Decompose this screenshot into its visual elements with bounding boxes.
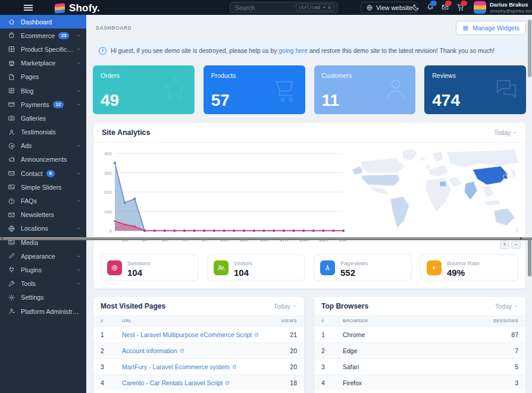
table-body: 1Chrome872Edge73Safari54Firefox3 <box>314 326 525 391</box>
chevron-down-icon <box>292 304 297 309</box>
sidebar-item-galleries[interactable]: Galleries <box>0 111 86 125</box>
chevron-down-icon <box>76 47 81 52</box>
manage-widgets-label: Manage Widgets <box>472 24 520 32</box>
shofy-logo-icon <box>55 3 65 14</box>
user-email: otorphy@spinka.biz <box>490 8 531 14</box>
map-zoom-in-button[interactable]: + <box>500 241 509 249</box>
horizontal-scrollbar[interactable] <box>0 237 532 240</box>
sidebar-item-label: Galleries <box>21 115 46 122</box>
chevron-down-icon <box>76 171 81 176</box>
row-number: 2 <box>321 347 343 354</box>
row-number: 3 <box>101 363 122 370</box>
view-website-button[interactable]: View website <box>361 2 418 13</box>
dark-mode-toggle[interactable] <box>412 3 421 12</box>
map-zoom-controls: + − <box>500 241 521 249</box>
table-row: 4Carento - Car Rentals Laravel Script18 <box>93 375 304 391</box>
svg-text:200: 200 <box>104 190 112 195</box>
notifications-button[interactable] <box>426 3 435 12</box>
sidebar-item-platform-administration[interactable]: Platform Administration <box>0 304 86 318</box>
table-column-headers: # URL VIEWS <box>93 315 304 326</box>
metric-value: 104 <box>127 268 142 278</box>
sidebar-item-marketplace[interactable]: Marketplace <box>0 56 86 70</box>
shopping-bag-icon <box>8 32 15 39</box>
table-row: 1Chrome87 <box>314 326 525 342</box>
sidebar-item-label: Simple Sliders <box>21 184 61 191</box>
row-value: 7 <box>515 347 518 354</box>
metric-label: Visitors <box>234 260 252 266</box>
admin-person-icon <box>8 307 15 315</box>
col-num: # <box>101 318 122 323</box>
stat-label: Products <box>211 72 236 79</box>
sidebar-item-ads[interactable]: Ads <box>0 139 86 153</box>
vertical-scrollbar-thumb[interactable] <box>528 240 531 276</box>
notification-badge <box>430 1 437 6</box>
sidebar-item-plugins[interactable]: Plugins <box>0 263 86 276</box>
sidebar-item-ecommerce[interactable]: Ecommerce23 <box>0 29 86 42</box>
chevron-down-icon <box>76 89 81 93</box>
question-circle-icon <box>8 197 15 205</box>
sidebar-item-tools[interactable]: Tools <box>0 277 86 291</box>
page-link[interactable]: Nest - Laravel Multipurpose eCommerce Sc… <box>122 331 252 338</box>
person-icon <box>382 75 409 102</box>
plug-icon <box>8 266 15 273</box>
row-number: 2 <box>101 347 122 354</box>
sidebar-item-locations[interactable]: Locations <box>0 222 86 235</box>
user-avatar[interactable] <box>474 1 486 14</box>
manage-widgets-button[interactable]: Manage Widgets <box>456 21 526 35</box>
table-range-dropdown[interactable]: Today <box>274 303 297 310</box>
row-value: 21 <box>290 331 297 338</box>
metrics-row: Sessions104 Visitors104 Pageviews552 Bou… <box>101 254 518 281</box>
sidebar-item-appearance[interactable]: Appearance <box>0 249 86 263</box>
map-zoom-out-button[interactable]: − <box>511 241 521 249</box>
search-input[interactable] <box>234 4 296 12</box>
vertical-scrollbar-thumb[interactable] <box>528 20 531 77</box>
sidebar-item-label: Ecommerce <box>21 32 55 39</box>
sidebar-item-blog[interactable]: Blog <box>0 84 86 98</box>
breadcrumb: DASHBOARD <box>96 25 132 31</box>
alert-text-before: Hi guest, if you see demo site is destro… <box>111 48 277 54</box>
sidebar-item-announcements[interactable]: Announcements <box>0 153 86 166</box>
chat-icon <box>493 75 520 102</box>
alert-link[interactable]: going here <box>278 48 308 54</box>
sidebar-item-label: Dashboard <box>21 18 52 26</box>
chevron-down-icon <box>514 304 518 309</box>
sidebar-item-settings[interactable]: Settings <box>0 291 86 304</box>
sidebar-badge: 12 <box>53 101 64 108</box>
stat-value: 11 <box>322 91 340 110</box>
row-value: 87 <box>511 331 518 338</box>
sidebar-item-pages[interactable]: Pages <box>0 70 86 84</box>
sidebar-badge: 23 <box>58 32 69 39</box>
range-label: Today <box>274 303 290 310</box>
col-views: VIEWS <box>281 318 297 323</box>
table-row: 4Firefox3 <box>314 375 525 391</box>
world-map <box>346 145 522 247</box>
sidebar-item-faqs[interactable]: FAQs <box>0 194 86 207</box>
sidebar-item-payments[interactable]: Payments12 <box>0 98 86 111</box>
page-link[interactable]: MartFury - Laravel Ecommerce system <box>122 363 230 370</box>
page-link[interactable]: Carento - Car Rentals Laravel Script <box>122 379 223 386</box>
sidebar-item-newsletters[interactable]: Newsletters <box>0 208 86 222</box>
messages-button[interactable] <box>441 3 450 12</box>
sidebar-item-simple-sliders[interactable]: Simple Sliders <box>0 180 86 194</box>
sidebar-item-label: Blog <box>21 87 33 95</box>
scroll-left-arrow-icon <box>1 237 3 240</box>
sidebar-item-testimonials[interactable]: Testimonials <box>0 125 86 139</box>
sidebar-item-contact[interactable]: Contact6 <box>0 166 86 180</box>
svg-text:400: 400 <box>104 151 112 156</box>
page-link[interactable]: Account information <box>122 347 177 354</box>
cart-button[interactable] <box>456 3 465 12</box>
sidebar-item-product-specification[interactable]: Product Specification <box>0 42 86 56</box>
table-range-dropdown[interactable]: Today <box>495 303 518 310</box>
chevron-down-icon <box>76 281 81 286</box>
metric-bounce-rate: Bounce Rate49% <box>420 254 518 281</box>
sidebar-item-dashboard[interactable]: Dashboard <box>0 15 86 29</box>
table-row: 3Safari5 <box>314 359 525 375</box>
stat-label: Customers <box>322 72 352 79</box>
site-analytics-chart: 01002003004001h3h5h7h9h11h13h15h17h19h21… <box>97 149 347 249</box>
analytics-title: Site Analytics <box>102 128 151 137</box>
hamburger-menu-icon[interactable] <box>24 5 33 11</box>
sidebar-item-label: Plugins <box>21 266 42 273</box>
brand-logo[interactable]: Shofy. <box>55 2 100 14</box>
analytics-range-dropdown[interactable]: Today <box>494 129 517 136</box>
col-browser: BROWSER <box>343 318 493 323</box>
